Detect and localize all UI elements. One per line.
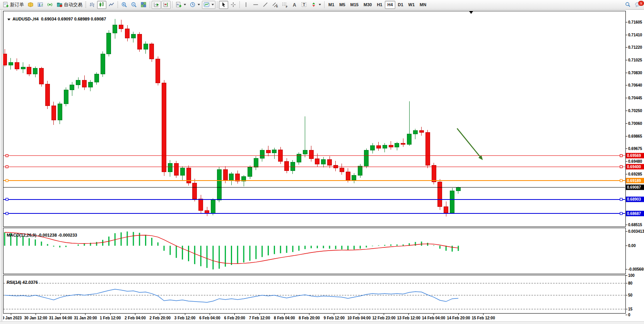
alerts-button[interactable] (45, 1, 55, 9)
svg-text:F: F (286, 5, 288, 8)
line-handle[interactable] (6, 155, 8, 157)
crosshair-button[interactable] (229, 1, 238, 9)
line-handle[interactable] (620, 165, 622, 168)
candle (266, 150, 270, 153)
toolbar-grip (85, 2, 86, 8)
zoom-in-button[interactable] (120, 1, 129, 9)
window-left-edge (0, 10, 3, 322)
candle (82, 80, 87, 87)
rsi-indicator-label: RSI(14) 42.0376 (4, 275, 38, 285)
line-handle[interactable] (620, 198, 622, 201)
new-order-button[interactable]: 新订单 (1, 1, 26, 9)
date-axis-label: 2 Feb 04:00 (125, 316, 146, 320)
candle (64, 90, 68, 104)
tile-windows-button[interactable] (139, 1, 148, 9)
text-label-icon: T (301, 2, 307, 8)
line-handle[interactable] (620, 179, 622, 182)
zoom-out-button[interactable] (129, 1, 138, 9)
horizontal-line-button[interactable] (251, 1, 260, 9)
timeframe-button-W1[interactable]: W1 (406, 1, 417, 9)
price-axis-label: 0.69480 (628, 159, 642, 164)
fibonacci-button[interactable]: F (280, 1, 289, 9)
candle (211, 200, 215, 213)
candlestick-chart-button[interactable] (97, 1, 106, 9)
candle (407, 134, 412, 144)
candle (456, 187, 460, 191)
timeframe-button-M30[interactable]: M30 (361, 1, 374, 9)
toolbar-separator (118, 1, 118, 8)
cursor-button[interactable] (219, 1, 228, 9)
candle (180, 168, 184, 176)
periods-button[interactable] (188, 1, 202, 9)
market-watch-button[interactable] (26, 1, 35, 9)
candle (107, 33, 111, 54)
svg-text:A: A (293, 2, 296, 8)
svg-text:E: E (276, 5, 278, 8)
candle (272, 150, 277, 153)
price-axis-label: 0.70250 (628, 109, 642, 113)
trendline-button[interactable] (261, 1, 270, 9)
bar-chart-button[interactable] (87, 1, 97, 9)
arrows-button[interactable] (309, 1, 323, 9)
macd-axis-label: -0.005669 (628, 267, 644, 271)
line-handle[interactable] (620, 212, 622, 215)
bar-chart-icon (89, 2, 95, 8)
candle (413, 131, 417, 134)
line-handle[interactable] (6, 198, 8, 201)
tile-windows-icon (140, 2, 147, 8)
date-axis-label: 1 Feb 12:00 (100, 316, 121, 320)
candle (162, 83, 166, 172)
text-icon: A (291, 2, 297, 8)
rsi-axis-label: 0 (628, 313, 630, 317)
candle (260, 150, 264, 158)
text-label-button[interactable]: T (299, 1, 309, 9)
autotrading-button[interactable]: 自动交易 (55, 1, 84, 9)
market-watch-icon (27, 2, 34, 8)
candle (450, 191, 454, 213)
candle (199, 199, 203, 211)
chevron-down-icon (319, 4, 321, 5)
new-chart-button[interactable] (174, 1, 188, 9)
candle (94, 74, 99, 82)
date-axis-label: 15 Feb 12:00 (472, 316, 495, 320)
timeframe-button-H4[interactable]: H4 (385, 1, 395, 9)
timeframe-button-D1[interactable]: D1 (396, 1, 406, 9)
candle (254, 158, 258, 167)
macd-main-value: -0.001238 (38, 233, 57, 237)
zoom-out-icon (131, 2, 137, 8)
chart-canvas: 0.716050.714100.712200.710250.708300.706… (0, 0, 644, 324)
date-axis-label: 10 Feb 04:00 (347, 316, 371, 320)
equidistant-channel-button[interactable]: E (270, 1, 280, 9)
vertical-line-button[interactable] (241, 1, 251, 9)
notifications-button[interactable]: 1 (633, 1, 643, 9)
timeframe-button-M15[interactable]: M15 (348, 1, 361, 9)
navigator-button[interactable] (36, 1, 45, 9)
candle (3, 54, 7, 65)
indicators-button[interactable] (202, 1, 215, 9)
line-chart-button[interactable] (107, 1, 116, 9)
timeframe-button-M1[interactable]: M1 (326, 1, 337, 9)
date-axis-label: 14 Feb 20:00 (447, 316, 470, 320)
search-button[interactable] (623, 1, 632, 9)
candle (168, 164, 172, 172)
candle (376, 146, 381, 148)
price-axis-label: 0.70640 (628, 83, 642, 87)
line-handle[interactable] (6, 212, 8, 215)
candle (340, 168, 344, 172)
price-axis-label: 0.71605 (628, 20, 642, 24)
auto-scroll-button[interactable] (152, 1, 161, 9)
timeframe-button-H1[interactable]: H1 (374, 1, 384, 9)
candle (119, 25, 123, 29)
chart-shift-button[interactable] (161, 1, 171, 9)
price-badge-text: 0.69400 (627, 165, 641, 169)
timeframe-button-M5[interactable]: M5 (337, 1, 347, 9)
new-order-icon (3, 2, 9, 8)
line-handle[interactable] (6, 179, 8, 182)
line-handle[interactable] (6, 165, 8, 168)
line-handle[interactable] (620, 155, 622, 157)
candle (303, 150, 307, 154)
text-button[interactable]: A (290, 1, 299, 9)
date-axis-label: 12 Feb 23:00 (372, 316, 395, 320)
chart-title[interactable]: AUDUSD-,H4 0.69034 0.69097 0.68989 0.690… (5, 12, 106, 21)
timeframe-button-MN[interactable]: MN (417, 1, 429, 9)
